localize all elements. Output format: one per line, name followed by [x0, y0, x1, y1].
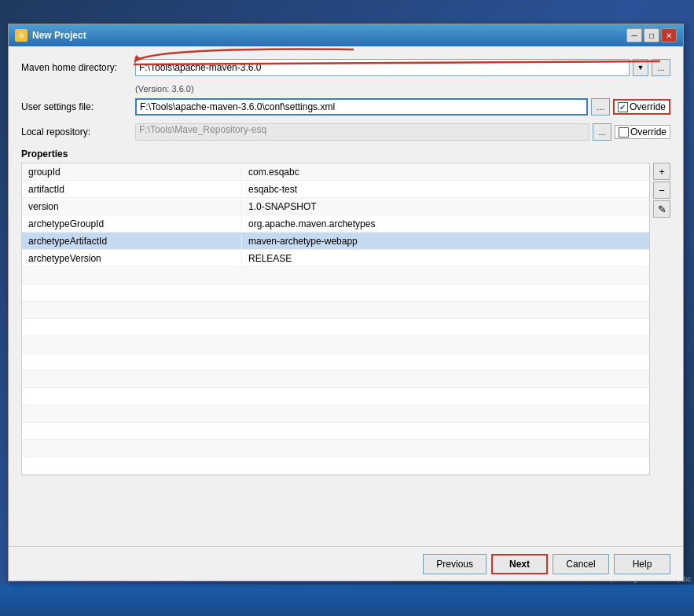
- prop-name-archetypeversion: archetypeVersion: [22, 251, 242, 266]
- table-row-empty: [22, 388, 649, 405]
- local-repo-input: F:\Tools\Mave_Repository-esq: [135, 123, 589, 141]
- taskbar: [0, 585, 694, 616]
- user-settings-row: User settings file: … ✔ Override: [21, 98, 670, 116]
- table-row: version 1.0-SNAPSHOT: [22, 198, 649, 215]
- maven-home-label: Maven home directory:: [21, 62, 135, 73]
- local-repo-override-checkbox[interactable]: [619, 127, 629, 138]
- next-button[interactable]: Next: [491, 554, 548, 574]
- prop-name-archetypegroupid: archetypeGroupId: [22, 217, 242, 231]
- table-row: groupId com.esqabc: [22, 163, 649, 181]
- table-row-empty: [22, 284, 649, 302]
- table-row-empty: [22, 354, 649, 371]
- user-settings-override-checkbox[interactable]: ✔: [618, 102, 628, 112]
- dialog-footer: Previous Next Cancel Help: [9, 546, 683, 581]
- prop-name-groupid: groupId: [22, 165, 242, 179]
- dialog-content: Maven home directory: ▼ … (Version: 3.6.…: [9, 46, 683, 546]
- prop-value-archetypeartifactid: maven-archetype-webapp: [242, 234, 649, 248]
- table-row: artifactId esqabc-test: [22, 181, 649, 198]
- maximize-button[interactable]: □: [644, 28, 659, 42]
- prop-value-artifactid: esqabc-test: [242, 182, 649, 196]
- properties-wrapper: groupId com.esqabc artifactId esqabc-tes…: [21, 163, 670, 475]
- user-settings-input[interactable]: [135, 98, 588, 116]
- table-row-empty: [22, 440, 649, 457]
- table-row: archetypeGroupId org.apache.maven.archet…: [22, 215, 649, 233]
- user-settings-label: User settings file:: [21, 101, 135, 112]
- prop-value-version: 1.0-SNAPSHOT: [242, 200, 649, 214]
- maven-home-row: Maven home directory: ▼ …: [21, 59, 670, 76]
- close-button[interactable]: ✕: [661, 28, 677, 42]
- prop-name-version: version: [22, 200, 242, 214]
- table-row-empty: [22, 405, 649, 423]
- local-repo-override-checkbox-container[interactable]: Override: [615, 125, 670, 139]
- local-repo-browse-button[interactable]: …: [593, 123, 611, 141]
- local-repo-field: F:\Tools\Mave_Repository-esq … Override: [135, 123, 670, 141]
- title-bar-controls: ─ □ ✕: [626, 28, 677, 42]
- edit-property-button[interactable]: ✎: [653, 200, 670, 218]
- maven-version-text: (Version: 3.6.0): [135, 84, 670, 94]
- local-repo-override-label: Override: [630, 126, 666, 138]
- window-title: New Project: [32, 30, 86, 41]
- previous-button[interactable]: Previous: [423, 554, 487, 574]
- table-row-empty: [22, 302, 649, 319]
- properties-side-buttons: + − ✎: [653, 163, 670, 218]
- window-icon: ☆: [15, 29, 28, 42]
- prop-value-archetypeversion: RELEASE: [242, 251, 649, 266]
- table-row-empty: [22, 336, 649, 354]
- prop-value-archetypegroupid: org.apache.maven.archetypes: [242, 217, 649, 231]
- cancel-button[interactable]: Cancel: [553, 554, 609, 574]
- user-settings-browse-button[interactable]: …: [591, 98, 610, 116]
- remove-property-button[interactable]: −: [653, 182, 670, 199]
- add-property-button[interactable]: +: [653, 163, 670, 180]
- help-button[interactable]: Help: [614, 554, 670, 574]
- table-row[interactable]: archetypeArtifactId maven-archetype-weba…: [22, 233, 649, 250]
- minimize-button[interactable]: ─: [626, 28, 642, 42]
- local-repo-label: Local repository:: [21, 126, 135, 138]
- user-settings-override-checkbox-container[interactable]: ✔ Override: [613, 99, 670, 115]
- table-row-empty: [22, 423, 649, 440]
- prop-value-groupid: com.esqabc: [242, 165, 649, 179]
- properties-table: groupId com.esqabc artifactId esqabc-tes…: [21, 163, 650, 475]
- maven-home-field: ▼ …: [135, 59, 670, 76]
- title-bar-left: ☆ New Project: [15, 29, 86, 42]
- prop-name-artifactid: artifactId: [22, 182, 242, 196]
- maven-home-input[interactable]: [135, 59, 630, 76]
- maven-home-dropdown-button[interactable]: ▼: [633, 59, 648, 76]
- maven-home-browse-button[interactable]: …: [652, 59, 670, 76]
- table-row-empty: [22, 319, 649, 336]
- properties-label: Properties: [21, 148, 670, 160]
- new-project-dialog: ☆ New Project ─ □ ✕ Maven home directory…: [8, 24, 684, 581]
- user-settings-field: … ✔ Override: [135, 98, 670, 116]
- properties-section: Properties groupId com.esqabc artifactId…: [21, 148, 670, 475]
- table-row-empty: [22, 267, 649, 284]
- table-row-empty: [22, 371, 649, 388]
- table-row: archetypeVersion RELEASE: [22, 250, 649, 267]
- title-bar: ☆ New Project ─ □ ✕: [9, 24, 683, 46]
- local-repo-row: Local repository: F:\Tools\Mave_Reposito…: [21, 123, 670, 141]
- prop-name-archetypeartifactid: archetypeArtifactId: [22, 234, 242, 248]
- table-row-empty: [22, 457, 649, 475]
- user-settings-override-label: Override: [630, 101, 666, 112]
